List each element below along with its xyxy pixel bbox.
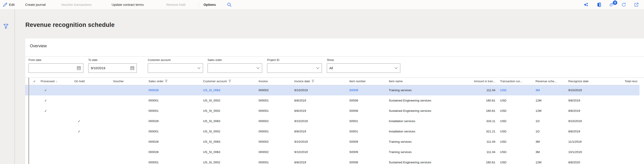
filter-pane-icon[interactable] [3, 24, 8, 29]
from-date-label: From date [28, 59, 83, 62]
project-id-field[interactable] [267, 63, 322, 73]
cell-item-number: S0001 [349, 116, 358, 126]
column-header-processed[interactable]: Processed↓ [41, 78, 57, 85]
cell-currency: USD [500, 106, 506, 116]
from-date-input[interactable] [31, 64, 76, 73]
chevron-down-icon[interactable] [197, 67, 200, 70]
column-header-sales-order[interactable]: Sales order [148, 78, 168, 85]
calendar-icon[interactable] [76, 66, 81, 70]
cell-customer-account[interactable]: US_SI_0063 [203, 85, 220, 95]
cell-currency: USD [500, 137, 506, 147]
cell-schedule: 1O [536, 126, 540, 137]
cell-sales-order[interactable]: 000026 [148, 85, 158, 95]
column-header-on-hold[interactable]: On hold [74, 78, 85, 85]
cell-invoice: 000002 [258, 147, 269, 157]
table-row[interactable]: 000026US_SI_00630000029/10/2019S0009Trai… [25, 147, 640, 157]
cell-recognize-date: 11/1/2019 [568, 137, 582, 147]
column-header-recognize-date[interactable]: Recognize date [568, 78, 588, 85]
cell-schedule[interactable]: 3M [536, 85, 540, 95]
cell-item-number: S0008 [349, 95, 358, 106]
column-header-amount[interactable]: Amount in tran... [459, 78, 495, 85]
column-header-item-name[interactable]: Item name [389, 78, 402, 85]
cell-item-name: Training services [389, 85, 412, 95]
cell-schedule: 12M [536, 157, 541, 164]
cell-amount: 321.21 [459, 126, 495, 137]
create-journal-button[interactable]: Create journal [25, 0, 46, 9]
table-row[interactable]: ✓000026US_SI_00630000029/10/2019S0001Ins… [25, 116, 640, 126]
options-button[interactable]: Options [204, 0, 216, 9]
table-row[interactable]: 000001US_SI_00020000018/8/2019S0008Susta… [25, 157, 640, 164]
table-row[interactable]: 000026US_SI_00630000029/10/2019S0009Trai… [25, 137, 640, 147]
sales-order-input[interactable] [210, 64, 255, 73]
cell-currency: USD [500, 147, 506, 157]
grid-left-scrollbar[interactable] [28, 78, 29, 164]
cell-amount: 160.61 [459, 106, 495, 116]
attachments-count-badge: 0 [613, 0, 617, 5]
show-field[interactable] [327, 63, 400, 73]
chevron-down-icon[interactable] [316, 67, 320, 70]
sales-order-label: Sales order [208, 59, 262, 62]
office-icon[interactable] [596, 2, 602, 7]
cell-item-name: Sustained Engineering services [389, 106, 431, 116]
action-pane-toolbar: Edit Create journal Voucher transactions… [0, 0, 644, 9]
show-label: Show [327, 59, 400, 62]
chevron-down-icon[interactable] [256, 67, 260, 70]
calendar-icon[interactable] [130, 66, 134, 70]
dynamics-apps-icon[interactable] [584, 2, 588, 7]
column-header-revenue-schedule[interactable]: Revenue sche... [536, 78, 556, 85]
table-row[interactable]: ✓000001US_SI_00020000018/8/2019S0001Inst… [25, 126, 640, 137]
tab-divider [25, 56, 644, 57]
column-header-item-number[interactable]: Item number [349, 78, 366, 85]
toolbar-separator [199, 2, 199, 8]
refresh-icon[interactable] [621, 2, 626, 7]
cell-item-name: Installation services [389, 116, 415, 126]
cell-invoice: 000001 [258, 95, 269, 106]
remove-hold-button[interactable]: Remove hold [166, 0, 185, 9]
cell-item-number: S0008 [349, 157, 358, 164]
cell-schedule: 12M [536, 106, 541, 116]
cell-item-number: S0008 [349, 106, 358, 116]
filter-icon [312, 80, 314, 82]
update-contract-terms-button[interactable]: Update contract terms [112, 0, 144, 9]
cell-invoice: 000001 [258, 157, 269, 164]
cell-item-number[interactable]: S0009 [349, 85, 358, 95]
customer-account-field[interactable] [148, 63, 203, 73]
project-id-label: Project ID [267, 59, 322, 62]
select-all-checkbox[interactable]: ✓ [33, 78, 36, 85]
column-header-voucher[interactable]: Voucher [113, 78, 124, 85]
column-header-invoice-date[interactable]: Invoice date [294, 78, 314, 85]
cell-currency: USD [500, 157, 506, 164]
column-header-total-recognized[interactable]: Total reco [625, 78, 637, 85]
cell-amount: 333.11 [459, 116, 495, 126]
cell-invoice: 000002 [258, 137, 269, 147]
cell-invoice-date: 8/8/2019 [294, 95, 306, 106]
to-date-input[interactable] [91, 64, 130, 73]
from-date-field[interactable] [28, 63, 83, 73]
cell-invoice: 000002 [258, 116, 269, 126]
processed-checkmark: ✓ [44, 106, 47, 116]
cell-currency[interactable]: USD [500, 85, 506, 95]
cell-sales-order: 000001 [148, 157, 158, 164]
to-date-field[interactable] [88, 63, 137, 73]
cell-invoice-date: 8/8/2019 [294, 126, 306, 137]
column-header-transaction-currency[interactable]: Transaction cur... [500, 78, 522, 85]
processed-checkmark: ✓ [44, 85, 47, 95]
open-in-new-window-icon[interactable] [634, 2, 639, 7]
chevron-down-icon[interactable] [394, 67, 398, 70]
table-row[interactable]: ✓000001US_SI_00020000018/8/2019S0008Sust… [25, 106, 640, 116]
sales-order-field[interactable] [208, 63, 262, 73]
cell-currency: USD [500, 116, 506, 126]
show-input[interactable] [329, 64, 393, 73]
table-row[interactable]: ✓000001US_SI_00020000018/8/2019S0008Sust… [25, 95, 640, 106]
tab-overview[interactable]: Overview [30, 44, 47, 48]
edit-pencil-icon [3, 2, 8, 7]
search-icon[interactable] [227, 2, 232, 7]
project-id-input[interactable] [270, 64, 315, 73]
edit-button[interactable]: Edit [9, 0, 14, 9]
customer-account-input[interactable] [150, 64, 196, 73]
column-header-invoice[interactable]: Invoice [258, 78, 268, 85]
voucher-transactions-button[interactable]: Voucher transactions [61, 0, 92, 9]
table-row[interactable]: ✓000026US_SI_00630000029/10/2019S0009Tra… [25, 85, 640, 95]
cell-sales-order: 000026 [148, 116, 158, 126]
column-header-customer-account[interactable]: Customer account [203, 78, 231, 85]
